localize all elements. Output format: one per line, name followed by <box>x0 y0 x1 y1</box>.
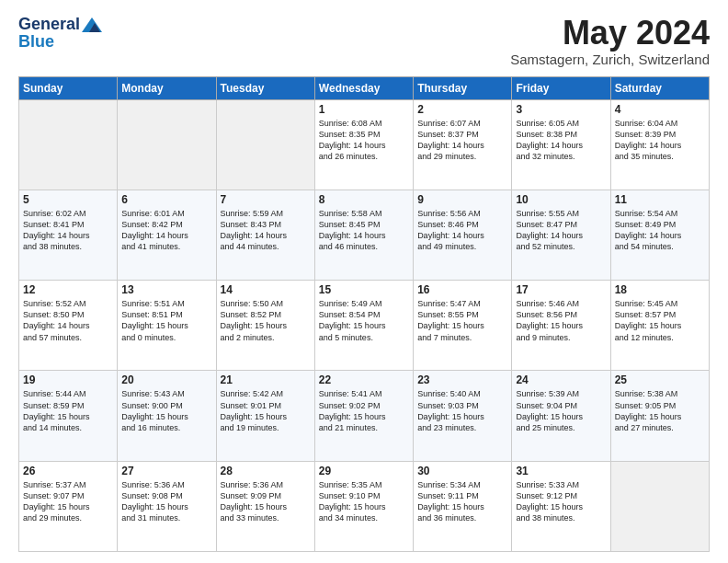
title-block: May 2024 Samstagern, Zurich, Switzerland <box>510 15 710 67</box>
calendar-cell: 14Sunrise: 5:50 AM Sunset: 8:52 PM Dayli… <box>216 281 314 371</box>
day-number: 10 <box>516 193 606 206</box>
day-number: 29 <box>319 465 409 477</box>
calendar-cell: 6Sunrise: 6:01 AM Sunset: 8:42 PM Daylig… <box>118 190 216 280</box>
day-number: 20 <box>121 373 211 386</box>
calendar-cell: 12Sunrise: 5:52 AM Sunset: 8:50 PM Dayli… <box>19 281 118 371</box>
weekday-header-thursday: Thursday <box>414 76 512 99</box>
day-info: Sunrise: 5:36 AM Sunset: 9:08 PM Dayligh… <box>121 479 211 524</box>
day-number: 16 <box>417 283 507 296</box>
calendar-cell: 5Sunrise: 6:02 AM Sunset: 8:41 PM Daylig… <box>19 190 118 280</box>
day-number: 23 <box>417 373 507 386</box>
day-number: 19 <box>23 373 113 386</box>
calendar-cell: 13Sunrise: 5:51 AM Sunset: 8:51 PM Dayli… <box>118 281 216 371</box>
day-number: 1 <box>319 103 409 116</box>
day-number: 22 <box>319 373 409 386</box>
day-info: Sunrise: 5:59 AM Sunset: 8:43 PM Dayligh… <box>221 208 311 253</box>
calendar-cell: 10Sunrise: 5:55 AM Sunset: 8:47 PM Dayli… <box>512 190 610 280</box>
calendar-cell: 15Sunrise: 5:49 AM Sunset: 8:54 PM Dayli… <box>314 281 413 371</box>
calendar-cell: 2Sunrise: 6:07 AM Sunset: 8:37 PM Daylig… <box>414 99 512 190</box>
calendar-cell: 21Sunrise: 5:42 AM Sunset: 9:01 PM Dayli… <box>216 371 314 461</box>
day-number: 24 <box>516 373 606 386</box>
day-number: 9 <box>417 193 507 206</box>
weekday-header-wednesday: Wednesday <box>314 76 413 99</box>
day-info: Sunrise: 5:49 AM Sunset: 8:54 PM Dayligh… <box>319 298 409 343</box>
day-number: 6 <box>121 193 211 206</box>
week-row-2: 5Sunrise: 6:02 AM Sunset: 8:41 PM Daylig… <box>19 190 710 280</box>
calendar-cell: 11Sunrise: 5:54 AM Sunset: 8:49 PM Dayli… <box>610 190 709 280</box>
week-row-4: 19Sunrise: 5:44 AM Sunset: 8:59 PM Dayli… <box>19 371 710 461</box>
calendar-cell <box>216 99 314 190</box>
day-info: Sunrise: 5:54 AM Sunset: 8:49 PM Dayligh… <box>615 208 705 253</box>
day-info: Sunrise: 6:08 AM Sunset: 8:35 PM Dayligh… <box>319 118 409 163</box>
day-info: Sunrise: 5:46 AM Sunset: 8:56 PM Dayligh… <box>516 298 606 343</box>
calendar-table: SundayMondayTuesdayWednesdayThursdayFrid… <box>18 76 710 552</box>
day-info: Sunrise: 5:34 AM Sunset: 9:11 PM Dayligh… <box>417 479 507 524</box>
day-number: 28 <box>221 465 311 477</box>
calendar-cell: 25Sunrise: 5:38 AM Sunset: 9:05 PM Dayli… <box>610 371 709 461</box>
day-info: Sunrise: 5:38 AM Sunset: 9:05 PM Dayligh… <box>615 388 705 433</box>
calendar-cell: 3Sunrise: 6:05 AM Sunset: 8:38 PM Daylig… <box>512 99 610 190</box>
calendar-cell: 31Sunrise: 5:33 AM Sunset: 9:12 PM Dayli… <box>512 461 610 551</box>
day-info: Sunrise: 5:58 AM Sunset: 8:45 PM Dayligh… <box>319 208 409 253</box>
weekday-header-row: SundayMondayTuesdayWednesdayThursdayFrid… <box>19 76 710 99</box>
day-number: 2 <box>417 103 507 116</box>
day-info: Sunrise: 5:47 AM Sunset: 8:55 PM Dayligh… <box>417 298 507 343</box>
day-info: Sunrise: 5:41 AM Sunset: 9:02 PM Dayligh… <box>319 388 409 433</box>
day-number: 21 <box>221 373 311 386</box>
day-info: Sunrise: 6:01 AM Sunset: 8:42 PM Dayligh… <box>121 208 211 253</box>
day-info: Sunrise: 5:42 AM Sunset: 9:01 PM Dayligh… <box>221 388 311 433</box>
day-info: Sunrise: 5:52 AM Sunset: 8:50 PM Dayligh… <box>23 298 113 343</box>
day-number: 15 <box>319 283 409 296</box>
day-number: 17 <box>516 283 606 296</box>
day-number: 3 <box>516 103 606 116</box>
calendar-cell: 7Sunrise: 5:59 AM Sunset: 8:43 PM Daylig… <box>216 190 314 280</box>
day-info: Sunrise: 5:35 AM Sunset: 9:10 PM Dayligh… <box>319 479 409 524</box>
day-number: 25 <box>615 373 705 386</box>
calendar-cell: 26Sunrise: 5:37 AM Sunset: 9:07 PM Dayli… <box>19 461 118 551</box>
day-number: 26 <box>23 465 113 477</box>
logo-icon <box>82 17 102 32</box>
page: General Blue May 2024 Samstagern, Zurich… <box>0 0 728 563</box>
calendar-cell <box>19 99 118 190</box>
day-number: 11 <box>615 193 705 206</box>
month-title: May 2024 <box>510 15 710 52</box>
day-number: 5 <box>23 193 113 206</box>
day-info: Sunrise: 5:39 AM Sunset: 9:04 PM Dayligh… <box>516 388 606 433</box>
day-info: Sunrise: 5:56 AM Sunset: 8:46 PM Dayligh… <box>417 208 507 253</box>
week-row-3: 12Sunrise: 5:52 AM Sunset: 8:50 PM Dayli… <box>19 281 710 371</box>
calendar-cell: 9Sunrise: 5:56 AM Sunset: 8:46 PM Daylig… <box>414 190 512 280</box>
week-row-1: 1Sunrise: 6:08 AM Sunset: 8:35 PM Daylig… <box>19 99 710 190</box>
day-info: Sunrise: 5:44 AM Sunset: 8:59 PM Dayligh… <box>23 388 113 433</box>
weekday-header-friday: Friday <box>512 76 610 99</box>
day-info: Sunrise: 5:36 AM Sunset: 9:09 PM Dayligh… <box>221 479 311 524</box>
day-number: 30 <box>417 465 507 477</box>
calendar-cell: 24Sunrise: 5:39 AM Sunset: 9:04 PM Dayli… <box>512 371 610 461</box>
calendar-cell: 18Sunrise: 5:45 AM Sunset: 8:57 PM Dayli… <box>610 281 709 371</box>
weekday-header-saturday: Saturday <box>610 76 709 99</box>
day-info: Sunrise: 6:04 AM Sunset: 8:39 PM Dayligh… <box>615 118 705 163</box>
logo-blue: Blue <box>18 32 54 52</box>
day-number: 14 <box>221 283 311 296</box>
weekday-header-sunday: Sunday <box>19 76 118 99</box>
day-info: Sunrise: 6:05 AM Sunset: 8:38 PM Dayligh… <box>516 118 606 163</box>
day-number: 13 <box>121 283 211 296</box>
logo: General Blue <box>18 15 102 52</box>
calendar-cell: 30Sunrise: 5:34 AM Sunset: 9:11 PM Dayli… <box>414 461 512 551</box>
calendar-cell: 27Sunrise: 5:36 AM Sunset: 9:08 PM Dayli… <box>118 461 216 551</box>
day-number: 8 <box>319 193 409 206</box>
day-info: Sunrise: 6:02 AM Sunset: 8:41 PM Dayligh… <box>23 208 113 253</box>
weekday-header-tuesday: Tuesday <box>216 76 314 99</box>
calendar-cell: 28Sunrise: 5:36 AM Sunset: 9:09 PM Dayli… <box>216 461 314 551</box>
calendar-cell: 1Sunrise: 6:08 AM Sunset: 8:35 PM Daylig… <box>314 99 413 190</box>
day-number: 18 <box>615 283 705 296</box>
day-number: 31 <box>516 465 606 477</box>
calendar-cell: 4Sunrise: 6:04 AM Sunset: 8:39 PM Daylig… <box>610 99 709 190</box>
day-number: 27 <box>121 465 211 477</box>
day-info: Sunrise: 5:50 AM Sunset: 8:52 PM Dayligh… <box>221 298 311 343</box>
calendar-cell: 8Sunrise: 5:58 AM Sunset: 8:45 PM Daylig… <box>314 190 413 280</box>
location: Samstagern, Zurich, Switzerland <box>510 52 710 67</box>
logo-general: General <box>18 15 80 34</box>
calendar-cell <box>118 99 216 190</box>
day-info: Sunrise: 5:40 AM Sunset: 9:03 PM Dayligh… <box>417 388 507 433</box>
day-info: Sunrise: 5:51 AM Sunset: 8:51 PM Dayligh… <box>121 298 211 343</box>
